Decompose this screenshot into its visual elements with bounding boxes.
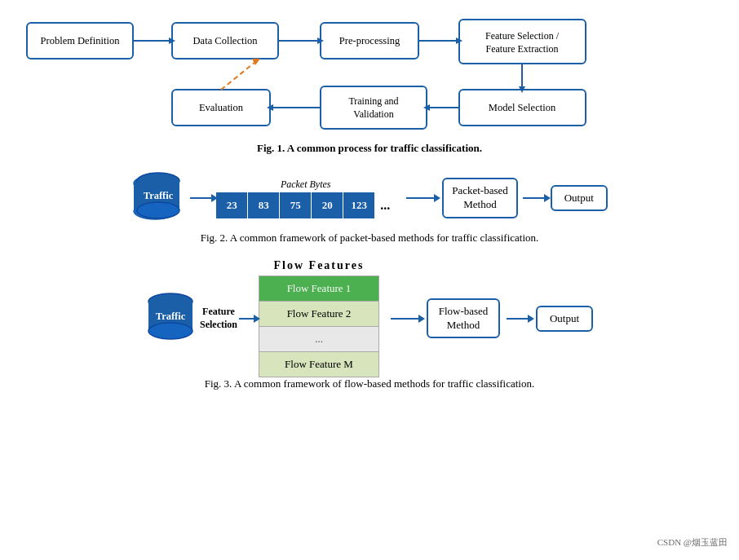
flow-table: Flow Feature 1 Flow Feature 2 ... Flow F… — [259, 276, 379, 377]
svg-text:Pre-processing: Pre-processing — [339, 35, 400, 46]
flow-features-title: Flow Features — [274, 259, 365, 272]
output-label-fig2: Output — [564, 192, 594, 205]
svg-text:Feature Extraction: Feature Extraction — [486, 43, 559, 55]
arrow-traffic-to-bytes — [190, 197, 213, 199]
figure-1: Problem Definition Data Collection Pre-p… — [16, 8, 723, 163]
svg-text:Feature Selection /: Feature Selection / — [485, 30, 560, 42]
svg-text:Model Selection: Model Selection — [489, 102, 556, 113]
fig2-caption: Fig. 2. A common framework of packet-bas… — [201, 231, 539, 245]
packet-bytes-group: Packet Bytes 23 83 75 20 123 ... — [216, 179, 395, 218]
arrow-fig3-1 — [391, 318, 420, 320]
svg-rect-11 — [321, 86, 427, 129]
flow-features-group: Flow Features Flow Feature 1 Flow Featur… — [259, 259, 379, 377]
pcell-5: 123 — [343, 192, 374, 218]
fig2-diagram: Traffic Traffic Packet Bytes 23 83 75 20 — [131, 170, 608, 227]
arrow-table-to-method — [391, 318, 420, 320]
svg-text:Traffic: Traffic — [156, 311, 186, 322]
packet-cells: 23 83 75 20 123 ... — [216, 192, 395, 218]
flow-row-dots: ... — [259, 327, 378, 352]
svg-line-28 — [221, 62, 255, 90]
arrow-bytes-to-method — [406, 197, 436, 199]
figure-2: Traffic Traffic Packet Bytes 23 83 75 20 — [16, 170, 723, 253]
feature-sel-arrow: Feature Selection — [200, 306, 255, 331]
svg-point-39 — [148, 323, 192, 339]
figure-3: Traffic Feature Selection Flow Features … — [16, 259, 723, 399]
feature-sel-label: Feature Selection — [200, 306, 237, 331]
arrow-fig3-2 — [507, 318, 529, 320]
arrow-to-table — [239, 318, 255, 320]
output-label-fig3: Output — [550, 312, 579, 325]
pcell-2: 83 — [248, 192, 279, 218]
pcell-4: 20 — [312, 192, 343, 218]
traffic-cylinder-2: Traffic — [135, 171, 182, 222]
output-box-fig3: Output — [536, 306, 593, 332]
svg-rect-6 — [459, 20, 586, 64]
packet-dots: ... — [380, 198, 390, 213]
svg-text:Problem Definition: Problem Definition — [41, 35, 121, 46]
pcell-3: 75 — [280, 192, 311, 218]
svg-text:Training and: Training and — [348, 95, 398, 107]
svg-text:Data Collection: Data Collection — [193, 35, 259, 46]
watermark: CSDN @烟玉蓝田 — [657, 536, 728, 549]
fig1-caption-text: Fig. 1. A common process for traffic cla… — [257, 142, 482, 154]
fig3-caption: Fig. 3. A common framework of flow-based… — [205, 377, 534, 390]
arrow-method-to-output-fig2 — [523, 197, 546, 199]
flow-row-2: Flow Feature 2 — [259, 302, 378, 327]
flow-method-label: Flow-basedMethod — [439, 305, 489, 333]
svg-text:Validation: Validation — [353, 108, 393, 120]
packet-method-label: Packet-basedMethod — [452, 184, 508, 212]
packet-method-box: Packet-basedMethod — [442, 178, 518, 218]
fig3-diagram: Traffic Feature Selection Flow Features … — [146, 259, 593, 377]
packet-bytes-label: Packet Bytes — [281, 179, 331, 191]
fig1-diagram: Problem Definition Data Collection Pre-p… — [19, 8, 720, 139]
output-box-fig2: Output — [551, 185, 608, 211]
svg-text:Evaluation: Evaluation — [199, 102, 244, 113]
fig2-caption-text: Fig. 2. A common framework of packet-bas… — [201, 231, 539, 244]
svg-text:Traffic: Traffic — [144, 190, 174, 201]
flow-row-1: Flow Feature 1 — [259, 276, 378, 302]
pcell-1: 23 — [216, 192, 247, 218]
svg-point-35 — [137, 202, 179, 218]
flow-method-box: Flow-basedMethod — [427, 298, 500, 339]
watermark-text: CSDN @烟玉蓝田 — [657, 537, 728, 547]
fig3-caption-text: Fig. 3. A common framework of flow-based… — [205, 377, 534, 390]
arrow-method-to-output-fig3 — [507, 318, 529, 320]
fig1-caption: Fig. 1. A common process for traffic cla… — [257, 142, 482, 155]
flow-row-m: Flow Feature M — [259, 352, 378, 377]
traffic-cylinder-fig3: Traffic — [146, 292, 195, 346]
